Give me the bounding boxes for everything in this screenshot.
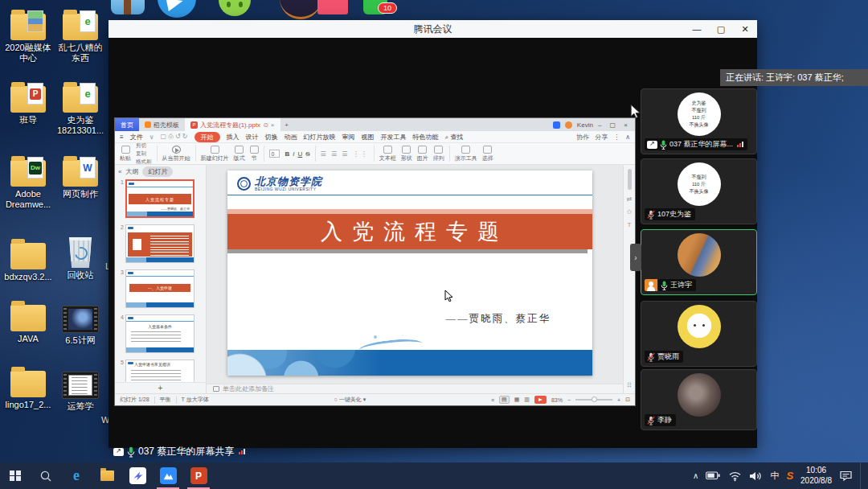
select-button[interactable]: 选择 (482, 146, 493, 162)
menu-design[interactable]: 设计 (246, 133, 259, 142)
star-icon[interactable]: ✩ (627, 208, 633, 216)
desktop-icon-shiweijian[interactable]: e 史为鉴18213301... (55, 79, 106, 136)
theme-name[interactable]: 平衡 (160, 396, 171, 404)
user-avatar[interactable] (565, 121, 572, 129)
desktop-icon-bdxzqv[interactable]: bdxzqv3.2... (2, 236, 54, 282)
slide-thumbnail-1[interactable]: 入党流程专题 ——贾晓雨、蔡正华 (125, 179, 194, 218)
menu-slideshow[interactable]: 幻灯片放映 (304, 133, 336, 142)
panel-collapse-handle[interactable]: › (630, 244, 641, 271)
menu-home[interactable]: 开始 (194, 132, 220, 142)
show-desktop-button[interactable] (860, 462, 863, 489)
new-tab-button[interactable]: + (280, 118, 293, 131)
layout-button[interactable]: 版式 (234, 146, 245, 162)
powerpoint-taskbar-icon[interactable]: P (183, 462, 214, 489)
desktop-icon-webdesign[interactable]: W 网页制作 (55, 153, 106, 199)
text-tool-icon[interactable]: T (628, 221, 632, 228)
zoom-in-button[interactable]: + (617, 397, 620, 403)
collab-button[interactable]: 协作 (576, 133, 589, 142)
participant-tile-caizhenghua[interactable]: 史为鉴 不瘦到 110 斤 不换头像 037 蔡正华的屏幕... (641, 88, 757, 154)
tencent-meeting-taskbar-icon[interactable] (153, 462, 183, 489)
collapse-panel-icon[interactable]: « (118, 168, 121, 175)
recycle-bin-icon[interactable]: 回收站 (55, 234, 106, 281)
docer-template-tab[interactable]: 稻壳模板 (139, 118, 185, 131)
ime-indicator[interactable]: 中 (770, 470, 779, 482)
add-slide-button[interactable]: + (115, 382, 206, 393)
pink-app-icon[interactable] (317, 0, 348, 14)
notes-view-icon[interactable]: ≡ (491, 397, 494, 403)
volume-icon[interactable] (749, 471, 763, 482)
arrange-button[interactable]: 排列 (433, 146, 444, 162)
zoom-slider-knob[interactable] (592, 397, 597, 402)
action-center-icon[interactable] (839, 470, 853, 482)
menu-devtools[interactable]: 开发工具 (381, 133, 407, 142)
desktop-icon-media-center[interactable]: 2020融媒体中心 (2, 6, 54, 64)
menu-transition[interactable]: 切换 (265, 133, 278, 142)
switch-icon[interactable]: ⇄ (627, 195, 633, 203)
grid-icon[interactable]: ⠿ (627, 382, 632, 389)
hamburger-icon[interactable]: ≡ (120, 134, 124, 141)
desktop-icon-lingo[interactable]: lingo17_2... (2, 364, 54, 410)
desktop-icon-misc[interactable]: e 乱七八糟的东西 (55, 6, 106, 64)
zoom-out-button[interactable]: − (567, 397, 571, 403)
battery-icon[interactable] (706, 471, 721, 481)
search-command[interactable]: ⌕ 查找 (445, 133, 464, 142)
tray-overflow-chevron[interactable]: ∧ (693, 471, 698, 480)
desktop-icon-network-video[interactable]: 6.5计网 (55, 299, 106, 346)
normal-view-icon[interactable]: ▤ (499, 396, 510, 404)
sogou-input-icon[interactable]: S (786, 470, 793, 482)
new-slide-button[interactable]: 新建幻灯片 (201, 146, 229, 162)
slide-thumbnail-2[interactable] (125, 224, 194, 263)
start-button[interactable] (0, 462, 31, 489)
close-tab-icon[interactable]: × (271, 121, 275, 129)
menu-animation[interactable]: 动画 (285, 133, 297, 142)
menu-features[interactable]: 特色功能 (413, 133, 439, 142)
play-from-current-button[interactable]: 从当前开始 (162, 146, 190, 162)
outline-tab[interactable]: 大纲 (125, 167, 138, 176)
app-360-icon[interactable] (111, 0, 145, 14)
section-button[interactable]: 节 (250, 146, 259, 162)
zoom-slider[interactable] (575, 399, 612, 401)
participant-tile-lijing[interactable]: 李静 (641, 369, 757, 430)
file-menu[interactable]: 文件 (130, 133, 143, 142)
notes-bar[interactable]: 单击此处添加备注 (207, 384, 623, 393)
wps-home-tab[interactable]: 首页 (115, 118, 139, 131)
italic-button[interactable]: I (293, 150, 294, 158)
slide-thumbnail-3[interactable]: 一、入党申请 (125, 269, 194, 308)
sorter-view-icon[interactable]: ▦ (514, 397, 520, 403)
fit-slide-icon[interactable]: ⊡ (625, 397, 630, 403)
beautify-button[interactable]: ○ 一键美化 ▾ (334, 396, 366, 404)
notification-badge-icon[interactable] (553, 121, 560, 129)
desktop-icon-operations-video[interactable]: 运筹学 (55, 365, 106, 412)
taskbar-search-icon[interactable] (31, 462, 61, 489)
slide-thumbnail-5[interactable]: 入党申请书常见错误 (125, 360, 194, 382)
bold-button[interactable]: B (285, 150, 289, 158)
menu-review[interactable]: 审阅 (342, 133, 355, 142)
desktop-icon-dreamweaver[interactable]: Dw Adobe Dreamwe... (2, 153, 54, 210)
slideshow-play-button[interactable] (534, 396, 547, 404)
meeting-titlebar[interactable]: 腾讯会议 — ▢ ✕ (108, 20, 757, 38)
shape-button[interactable]: 形状 (401, 146, 412, 162)
zoom-percent[interactable]: 83% (551, 397, 563, 403)
doc-sync-icon[interactable]: ⊙ (263, 121, 268, 129)
wps-window-controls[interactable]: – ▢ × (598, 121, 631, 129)
edge-icon[interactable]: e (61, 462, 92, 489)
menu-insert[interactable]: 插入 (227, 133, 240, 142)
desktop-icon-java[interactable]: JAVA (2, 298, 54, 344)
format-painter-button[interactable]: 格式刷 (136, 158, 152, 166)
participant-tile-wangshiyu[interactable]: 王诗宇 (641, 229, 757, 295)
current-slide[interactable]: 北京物资学院 BEIJING WUZI UNIVERSITY 入党流程专题 ——… (227, 171, 592, 376)
textbox-button[interactable]: 文本框 (379, 146, 396, 162)
collapse-ribbon-icon[interactable]: ∧ (625, 134, 630, 141)
slides-tab[interactable]: 幻灯片 (142, 166, 173, 177)
cut-button[interactable]: 剪切 (136, 143, 152, 150)
read-view-icon[interactable]: ▥ (524, 397, 530, 403)
more-icon[interactable]: ⋮ (613, 134, 620, 141)
wifi-icon[interactable] (728, 470, 742, 482)
present-tools-button[interactable]: 演示工具 (455, 146, 477, 162)
taskbar-clock[interactable]: 10:06 2020/8/8 (800, 466, 832, 486)
alignment-icons[interactable]: ☰ ☰ ☰ ⋮⋮ (321, 150, 369, 158)
quick-access-icons[interactable]: ▢ ⎙ ↺ ↻ (161, 133, 188, 141)
picture-button[interactable]: 图片 (417, 146, 428, 162)
bird-app-icon[interactable] (122, 462, 153, 489)
paste-button[interactable]: 粘贴 (120, 146, 131, 162)
